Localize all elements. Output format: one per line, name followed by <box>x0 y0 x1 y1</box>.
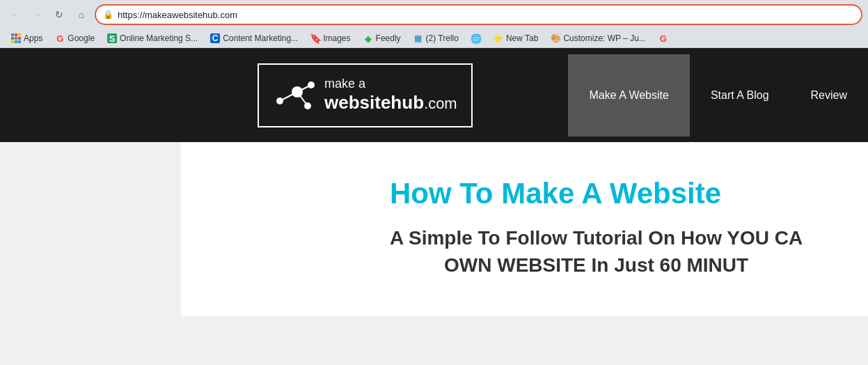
website-content: make a websitehub.com Make A Website Sta… <box>0 48 868 316</box>
bookmark-globe[interactable]: 🌐 <box>466 31 487 45</box>
feedly-favicon: ◆ <box>363 33 373 43</box>
svg-rect-7 <box>15 40 17 43</box>
svg-rect-8 <box>18 40 21 43</box>
bookmark-google-label: Google <box>68 33 95 43</box>
new-tab-favicon: ⭐ <box>494 33 503 43</box>
page-subtitle-line2: OWN WEBSITE In Just 60 MINUT <box>444 254 748 276</box>
back-button[interactable]: ← <box>6 6 24 24</box>
svg-rect-1 <box>15 33 17 36</box>
address-bar-container[interactable]: 🔒 <box>95 4 862 25</box>
online-marketing-favicon: S <box>107 33 117 43</box>
lock-icon: 🔒 <box>103 10 113 20</box>
bookmark-feedly[interactable]: ◆ Feedly <box>358 31 407 45</box>
logo-brand: websitehub <box>324 92 424 113</box>
svg-rect-2 <box>18 33 21 36</box>
bookmark-images-label: Images <box>323 33 350 43</box>
svg-rect-6 <box>11 40 14 43</box>
content-marketing-favicon: C <box>210 33 220 43</box>
bookmarks-bar: Apps G Google S Online Marketing S... C … <box>0 29 868 48</box>
bookmark-apps-label: Apps <box>24 33 42 43</box>
google-favicon: G <box>55 33 65 43</box>
bookmark-online-marketing[interactable]: S Online Marketing S... <box>102 31 203 45</box>
page-subtitle: A Simple To Follow Tutorial On How YOU C… <box>390 224 803 279</box>
page-title: How To Make A Website <box>390 177 803 210</box>
globe-favicon: 🌐 <box>471 33 481 43</box>
bookmark-trello-label: (2) Trello <box>426 33 459 43</box>
page-subtitle-line1: A Simple To Follow Tutorial On How YOU C… <box>390 227 803 249</box>
nav-start-a-blog[interactable]: Start A Blog <box>690 54 790 137</box>
svg-line-15 <box>297 92 308 106</box>
bookmark-trello[interactable]: ▦ (2) Trello <box>408 31 464 45</box>
google2-favicon: G <box>658 33 668 43</box>
trello-favicon: ▦ <box>413 33 423 43</box>
bookmark-apps[interactable]: Apps <box>6 31 48 45</box>
network-icon <box>273 75 315 116</box>
site-header: make a websitehub.com Make A Website Sta… <box>0 48 868 142</box>
bookmark-google[interactable]: G Google <box>49 31 100 45</box>
bookmark-new-tab[interactable]: ⭐ New Tab <box>488 31 544 45</box>
svg-rect-3 <box>11 37 14 40</box>
logo-line2: websitehub.com <box>324 92 457 114</box>
refresh-button[interactable]: ↻ <box>50 6 68 24</box>
forward-button[interactable]: → <box>28 6 46 24</box>
customize-favicon: 🎨 <box>551 33 560 43</box>
bookmark-content-marketing[interactable]: C Content Marketing... <box>205 31 303 45</box>
logo-tld: .com <box>424 95 457 112</box>
nav-reviews[interactable]: Review <box>790 54 868 137</box>
site-logo[interactable]: make a websitehub.com <box>258 63 473 127</box>
bookmark-customize-label: Customize: WP – Ju... <box>563 33 645 43</box>
sidebar-gray <box>0 142 181 316</box>
nav-bar: ← → ↻ ⌂ 🔒 <box>0 0 868 29</box>
svg-rect-4 <box>15 37 17 40</box>
bookmark-online-marketing-label: Online Marketing S... <box>120 33 198 43</box>
images-favicon: 🔖 <box>310 33 320 43</box>
logo-text: make a websitehub.com <box>324 77 457 114</box>
bookmark-content-marketing-label: Content Marketing... <box>223 33 298 43</box>
page-wrapper: How To Make A Website A Simple To Follow… <box>0 142 868 316</box>
logo-line1: make a <box>324 77 457 92</box>
bookmark-new-tab-label: New Tab <box>506 33 538 43</box>
svg-rect-5 <box>18 37 21 40</box>
main-content: How To Make A Website A Simple To Follow… <box>362 142 830 316</box>
svg-rect-0 <box>11 33 14 36</box>
bookmark-images[interactable]: 🔖 Images <box>305 31 356 45</box>
apps-grid-icon <box>11 33 21 43</box>
address-bar-input[interactable] <box>118 10 854 20</box>
browser-chrome: ← → ↻ ⌂ 🔒 <box>0 0 868 48</box>
nav-menu: Make A Website Start A Blog Review <box>568 54 868 137</box>
bookmark-customize[interactable]: 🎨 Customize: WP – Ju... <box>545 31 651 45</box>
home-button[interactable]: ⌂ <box>72 6 90 24</box>
bookmark-google2[interactable]: G <box>653 31 674 45</box>
bookmark-feedly-label: Feedly <box>376 33 401 43</box>
nav-make-a-website[interactable]: Make A Website <box>568 54 689 137</box>
